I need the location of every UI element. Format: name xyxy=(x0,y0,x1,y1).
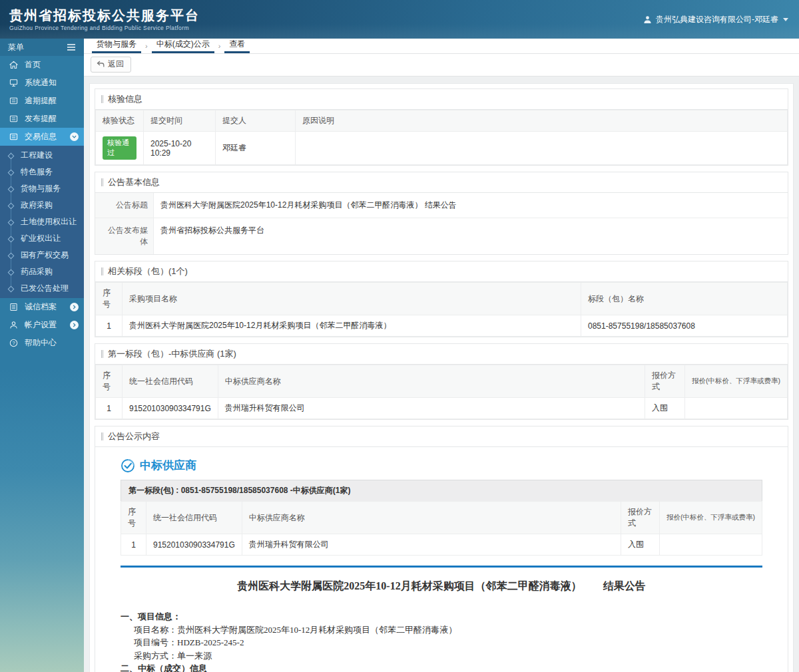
user-menu[interactable]: 贵州弘典建设咨询有限公司-邓廷睿 xyxy=(643,14,788,25)
submenu-label: 矿业权出让 xyxy=(21,233,61,244)
table-row: 核验通过 2025-10-20 10:29 邓廷睿 xyxy=(96,132,788,165)
folder-icon xyxy=(9,132,19,142)
doc-line: 项目编号：HDZB-2025-245-2 xyxy=(121,636,762,649)
submenu-label: 国有产权交易 xyxy=(21,250,69,261)
section-title-text: 相关标段（包）(1个) xyxy=(108,265,188,277)
sidebar-item-home[interactable]: 首页 xyxy=(0,56,84,74)
sidebar-item-overdue-reminder[interactable]: 逾期提醒 xyxy=(0,92,84,110)
submit-time: 2025-10-20 10:29 xyxy=(144,132,216,165)
submenu-item-gov-procurement[interactable]: 政府采购 xyxy=(0,197,84,214)
doc-line: 项目名称：贵州医科大学附属医院2025年10-12月耗材采购项目（邻苯二甲醛消毒… xyxy=(121,623,762,637)
sidebar-item-help-center[interactable]: ? 帮助中心 xyxy=(0,334,84,352)
reason xyxy=(296,132,788,165)
submenu-item-mining-rights[interactable]: 矿业权出让 xyxy=(0,230,84,247)
field-label: 公告发布媒体 xyxy=(95,218,154,254)
related-packages-table: 序号 采购项目名称 标段（包）名称 1 贵州医科大学附属医院2025年10-12… xyxy=(95,282,788,337)
menu-label: 菜单 xyxy=(8,42,24,53)
submenu-item-engineering[interactable]: 工程建设 xyxy=(0,147,84,164)
sidebar-menu-header: 菜单 xyxy=(0,39,84,56)
column-header: 报价(中标价、下浮率或费率) xyxy=(685,365,788,398)
sidebar-item-label: 诚信档案 xyxy=(25,301,64,313)
app-header: 贵州省招标投标公共服务平台 GuiZhou Province Tendering… xyxy=(0,0,799,39)
column-header: 提交时间 xyxy=(144,110,216,132)
document-title: 贵州医科大学附属医院2025年10-12月耗材采购项目（邻苯二甲醛消毒液） 结果… xyxy=(121,578,762,594)
person-icon xyxy=(9,320,19,330)
announcement-title-value: 贵州医科大学附属医院2025年10-12月耗材采购项目（邻苯二甲醛消毒液） 结果… xyxy=(154,193,788,218)
toolbar: 返回 xyxy=(84,54,799,77)
sidebar-submenu: 工程建设 特色服务 货物与服务 政府采购 土地使用权出让 矿业权出让 国有产权交… xyxy=(0,146,84,298)
breadcrumb: 货物与服务 › 中标(成交)公示 › 查看 xyxy=(84,39,799,54)
submenu-item-drug-procurement[interactable]: 药品采购 xyxy=(0,263,84,280)
monitor-icon xyxy=(9,78,19,88)
back-button-label: 返回 xyxy=(108,59,124,70)
target-check-icon xyxy=(121,458,135,473)
supplier-name: 贵州瑞升科贸有限公司 xyxy=(242,534,621,556)
section-title-marker xyxy=(101,432,103,440)
project-name: 贵州医科大学附属医院2025年10-12月耗材采购项目（邻苯二甲醛消毒液） xyxy=(123,315,581,337)
app-title: 贵州省招标投标公共服务平台 xyxy=(9,7,200,23)
supplier-heading-text: 中标供应商 xyxy=(140,458,196,473)
status-badge: 核验通过 xyxy=(103,136,136,160)
quote-method: 入围 xyxy=(645,398,685,419)
package-bar: 第一标段(包) : 0851-85755198/18585037608 -中标供… xyxy=(121,480,762,501)
info-row: 公告标题 贵州医科大学附属医院2025年10-12月耗材采购项目（邻苯二甲醛消毒… xyxy=(95,193,788,218)
publish-media-value: 贵州省招标投标公共服务平台 xyxy=(154,218,788,254)
column-header: 中标供应商名称 xyxy=(242,502,621,534)
sidebar-item-account-settings[interactable]: 帐户设置 xyxy=(0,316,84,334)
breadcrumb-award-notice[interactable]: 中标(成交)公示 xyxy=(152,37,214,53)
back-arrow-icon xyxy=(97,61,105,69)
sidebar-item-publish-reminder[interactable]: 发布提醒 xyxy=(0,110,84,128)
back-button[interactable]: 返回 xyxy=(91,57,131,73)
sidebar-item-label: 首页 xyxy=(25,59,79,71)
column-header: 采购项目名称 xyxy=(123,283,581,315)
sidebar-item-trade-info[interactable]: 交易信息 xyxy=(0,128,84,146)
home-icon xyxy=(9,60,19,70)
announcement-content-body: 中标供应商 第一标段(包) : 0851-85755198/1858503760… xyxy=(95,447,788,672)
sidebar-item-credit-archive[interactable]: 诚信档案 xyxy=(0,298,84,316)
section-title-marker xyxy=(101,95,103,103)
column-header: 序号 xyxy=(121,502,146,534)
svg-text:?: ? xyxy=(12,340,15,346)
chevron-down-circle-icon xyxy=(70,132,79,141)
detail-panel: 核验信息 核验状态 提交时间 提交人 原因说明 核验通过 2025-10-20 … xyxy=(89,83,794,672)
package-name: 0851-85755198/18585037608 xyxy=(581,315,788,337)
sidebar-item-label: 系统通知 xyxy=(25,77,79,88)
row-index: 1 xyxy=(96,398,123,419)
submenu-label: 政府采购 xyxy=(21,200,53,211)
quote-method: 入围 xyxy=(621,534,660,556)
column-header: 标段（包）名称 xyxy=(581,283,788,315)
submenu-item-special-services[interactable]: 特色服务 xyxy=(0,164,84,180)
chevron-down-icon xyxy=(783,18,788,21)
submenu-item-land-use[interactable]: 土地使用权出让 xyxy=(0,214,84,230)
sidebar-item-label: 帮助中心 xyxy=(25,337,79,349)
section-title-text: 公告公示内容 xyxy=(108,430,160,442)
submenu-label: 土地使用权出让 xyxy=(21,216,77,228)
list-icon xyxy=(9,302,19,312)
submenu-item-goods-services[interactable]: 货物与服务 xyxy=(0,180,84,197)
section-title: 公告基本信息 xyxy=(95,172,788,193)
field-label: 公告标题 xyxy=(95,193,154,218)
table-row: 1 91520103090334791G 贵州瑞升科贸有限公司 入围 xyxy=(96,398,788,419)
section-title: 第一标段（包）-中标供应商 (1家) xyxy=(95,344,788,365)
breadcrumb-goods-services[interactable]: 货物与服务 xyxy=(92,37,141,53)
credit-code: 91520103090334791G xyxy=(123,398,218,419)
column-header: 报价方式 xyxy=(621,502,660,534)
section-basic-info: 公告基本信息 公告标题 贵州医科大学附属医院2025年10-12月耗材采购项目（… xyxy=(95,172,788,255)
section-title: 公告公示内容 xyxy=(95,426,788,447)
column-header: 序号 xyxy=(96,365,123,398)
submenu-label: 工程建设 xyxy=(21,150,53,161)
page: 贵州省招标投标公共服务平台 GuiZhou Province Tendering… xyxy=(0,0,799,672)
row-index: 1 xyxy=(96,315,123,337)
section-title-text: 公告基本信息 xyxy=(108,176,160,188)
sidebar-item-notifications[interactable]: 系统通知 xyxy=(0,74,84,92)
info-row: 公告发布媒体 贵州省招标投标公共服务平台 xyxy=(95,218,788,254)
breadcrumb-view[interactable]: 查看 xyxy=(224,37,250,53)
credit-code: 91520103090334791G xyxy=(146,534,242,556)
table-row: 1 91520103090334791G 贵州瑞升科贸有限公司 入围 xyxy=(121,534,762,556)
main-content: 货物与服务 › 中标(成交)公示 › 查看 返回 xyxy=(84,39,799,672)
submenu-item-state-property[interactable]: 国有产权交易 xyxy=(0,247,84,263)
row-index: 1 xyxy=(121,534,146,556)
sidebar-item-label: 发布提醒 xyxy=(25,113,79,124)
submenu-item-published-notices[interactable]: 已发公告处理 xyxy=(0,280,84,297)
hamburger-icon[interactable] xyxy=(66,43,76,53)
